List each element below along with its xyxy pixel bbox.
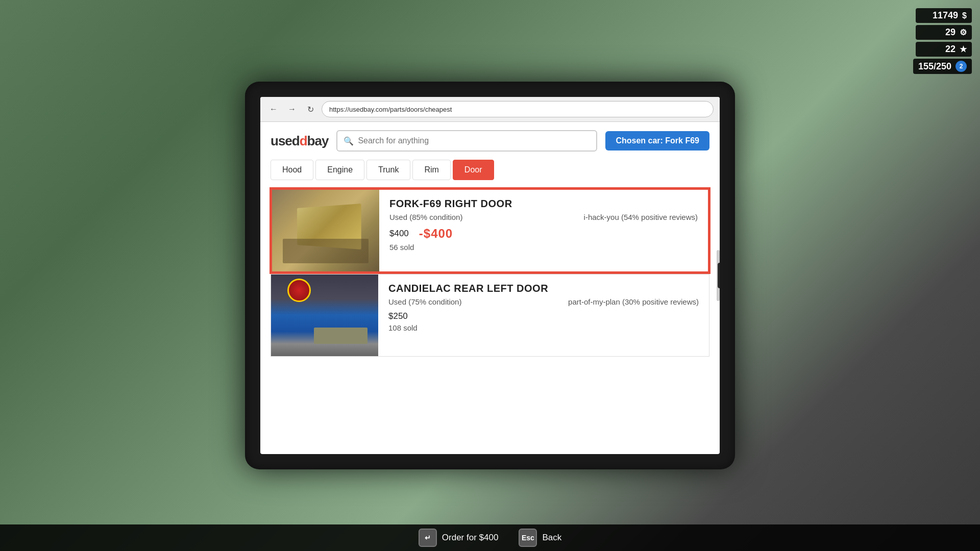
back-button[interactable]: ←	[266, 102, 281, 116]
product-title-fork-door: FORK-F69 RIGHT DOOR	[389, 198, 698, 210]
tablet-screen: ← → ↻ useddbay 🔍 Chosen	[260, 97, 720, 454]
product-seller-fork-door: i-hack-you (54% positive reviews)	[584, 213, 698, 221]
search-bar[interactable]: 🔍	[336, 130, 597, 152]
product-image-fork-door	[272, 190, 379, 271]
tablet-frame: ← → ↻ useddbay 🔍 Chosen	[245, 82, 735, 469]
order-action-label: Order for $400	[442, 533, 499, 543]
product-image-candielac-door	[271, 274, 378, 356]
product-info-fork-door: FORK-F69 RIGHT DOOR Used (85% condition)…	[379, 190, 708, 271]
back-key-icon: Esc	[522, 534, 534, 542]
browser-chrome: ← → ↻	[260, 97, 720, 122]
hud-money-value: 11749	[933, 10, 958, 21]
hud-money: 11749 $	[916, 8, 972, 23]
forward-button[interactable]: →	[285, 102, 299, 116]
hud-level-value: 29	[945, 27, 955, 38]
chosen-car-button[interactable]: Chosen car: Fork F69	[605, 131, 709, 151]
hud-progress-value: 155/250	[918, 61, 951, 72]
hud-progress: 155/250 2	[913, 59, 972, 74]
back-action: Esc Back	[519, 529, 561, 547]
product-card-candielac-door[interactable]: CANDIELAC REAR LEFT DOOR Used (75% condi…	[271, 274, 709, 357]
product-pricing-candielac-door: $250	[388, 311, 699, 321]
product-title-candielac-door: CANDIELAC REAR LEFT DOOR	[388, 283, 699, 294]
tab-door[interactable]: Door	[453, 160, 494, 180]
page-content: useddbay 🔍 Chosen car: Fork F69 Hood Eng…	[260, 122, 720, 453]
category-tabs: Hood Engine Trunk Rim Door	[271, 160, 709, 180]
site-header: useddbay 🔍 Chosen car: Fork F69	[271, 130, 709, 152]
tab-rim[interactable]: Rim	[412, 160, 450, 180]
hud-level: 29 ⚙	[916, 25, 972, 40]
product-seller-candielac-door: part-of-my-plan (30% positive reviews)	[568, 297, 699, 306]
product-condition-fork-door: Used (85% condition)	[389, 213, 462, 221]
hud-overlay: 11749 $ 29 ⚙ 22 ★ 155/250 2	[913, 8, 972, 74]
bottom-action-bar: ↵ Order for $400 Esc Back	[0, 524, 980, 551]
door-image	[272, 190, 379, 271]
search-input[interactable]	[358, 136, 590, 145]
refresh-button[interactable]: ↻	[303, 102, 317, 116]
product-sold-candielac-door: 108 sold	[388, 323, 699, 332]
price-change-fork-door: -$400	[419, 227, 453, 241]
product-meta-candielac-door: Used (75% condition) part-of-my-plan (30…	[388, 297, 699, 306]
hud-level-icon: ⚙	[960, 28, 967, 37]
order-key-button[interactable]: ↵	[419, 529, 437, 547]
back-key-button[interactable]: Esc	[519, 529, 537, 547]
url-bar[interactable]	[322, 101, 714, 117]
logo-used: used	[271, 133, 300, 148]
product-price-fork-door: $400	[389, 229, 409, 239]
tablet-side-button[interactable]	[718, 263, 720, 288]
product-condition-candielac-door: Used (75% condition)	[388, 297, 461, 306]
product-price-candielac-door: $250	[388, 311, 408, 321]
hud-stars-icon: ★	[960, 44, 967, 54]
order-action: ↵ Order for $400	[419, 529, 499, 547]
site-logo: useddbay	[271, 133, 328, 149]
logo-bay: bay	[307, 133, 329, 148]
product-sold-fork-door: 56 sold	[389, 243, 698, 252]
hud-stars: 22 ★	[916, 42, 972, 57]
hud-money-icon: $	[962, 11, 967, 20]
candielac-image	[271, 274, 378, 356]
order-key-icon: ↵	[425, 534, 431, 542]
tab-engine[interactable]: Engine	[315, 160, 364, 180]
back-action-label: Back	[542, 533, 561, 543]
product-info-candielac-door: CANDIELAC REAR LEFT DOOR Used (75% condi…	[378, 274, 709, 356]
tab-hood[interactable]: Hood	[271, 160, 313, 180]
product-list: FORK-F69 RIGHT DOOR Used (85% condition)…	[271, 188, 709, 358]
search-icon: 🔍	[344, 136, 354, 146]
product-card-fork-door[interactable]: FORK-F69 RIGHT DOOR Used (85% condition)…	[271, 188, 709, 273]
tab-trunk[interactable]: Trunk	[366, 160, 410, 180]
hud-stars-value: 22	[945, 44, 955, 55]
product-meta-fork-door: Used (85% condition) i-hack-you (54% pos…	[389, 213, 698, 221]
product-pricing-fork-door: $400 -$400	[389, 227, 698, 241]
hud-progress-badge: 2	[955, 61, 967, 72]
logo-d: d	[300, 133, 307, 148]
